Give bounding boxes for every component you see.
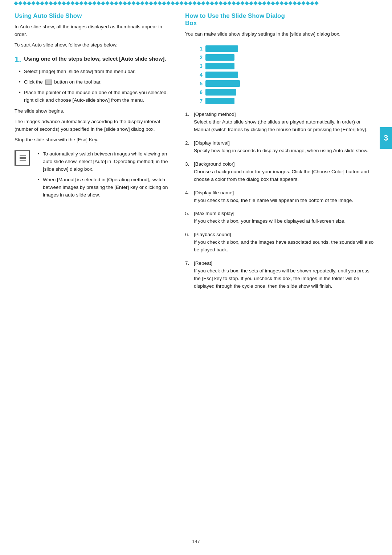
note-box: To automatically switch between images w…	[15, 150, 171, 203]
diamond	[158, 1, 162, 5]
list-item-header: 5.[Maximum display]	[185, 211, 377, 216]
diamond	[188, 1, 192, 5]
list-item-body: Specify how long in seconds to display e…	[185, 147, 377, 155]
list-item-body: If you check this box, the file name wil…	[185, 197, 377, 204]
list-item-header: 3.[Background color]	[185, 161, 377, 167]
diamond	[83, 1, 87, 5]
diamond	[197, 1, 201, 5]
diamond	[236, 1, 240, 5]
diamond	[49, 1, 53, 5]
diamond	[258, 1, 262, 5]
diamond	[101, 1, 105, 5]
list-item: 1.[Operating method]Select either Auto s…	[185, 112, 377, 134]
list-item: 3.[Background color]Choose a background …	[185, 161, 377, 183]
dialog-bar	[205, 89, 236, 96]
dialog-row: 3	[196, 63, 276, 69]
diamond	[249, 1, 253, 5]
diamond	[175, 1, 179, 5]
list-item-header: 7.[Repeat]	[185, 260, 377, 266]
diamond	[136, 1, 140, 5]
after-text-3: Stop the slide show with the [Esc] Key.	[15, 136, 171, 144]
list-item-title: [Background color]	[194, 161, 235, 167]
diamond	[44, 1, 48, 5]
note-bullet-item: To automatically switch between images w…	[38, 150, 171, 173]
diamond	[314, 1, 318, 5]
diamond	[171, 1, 175, 5]
diamond	[79, 1, 83, 5]
dialog-row-number: 4	[196, 72, 203, 78]
left-intro-2: To start Auto slide show, follow the ste…	[15, 41, 171, 49]
dialog-row: 2	[196, 54, 276, 61]
list-item-number: 6.	[185, 232, 192, 237]
dialog-bar	[205, 45, 238, 52]
list-item-title: [Playback sound]	[194, 232, 231, 237]
after-text-2: The images advance automatically accordi…	[15, 118, 171, 133]
top-border	[0, 0, 392, 7]
diamond	[301, 1, 305, 5]
diamond	[227, 1, 231, 5]
diamond	[266, 1, 270, 5]
list-item-number: 1.	[185, 112, 192, 117]
dialog-row-number: 2	[196, 54, 203, 60]
list-item-title: [Maximum display]	[194, 211, 234, 216]
note-icon-lines	[19, 154, 27, 162]
diamond	[27, 1, 31, 5]
diamond	[140, 1, 144, 5]
diamond	[118, 1, 122, 5]
diamond	[57, 1, 61, 5]
diamond	[288, 1, 292, 5]
diamond	[23, 1, 26, 5]
list-item-title: [Repeat]	[194, 260, 212, 266]
step-1-text: Using one of the steps below, select [Au…	[24, 56, 166, 64]
diamond	[144, 1, 148, 5]
diamond	[240, 1, 244, 5]
diamond	[162, 1, 166, 5]
diamond	[275, 1, 279, 5]
dialog-row: 1	[196, 45, 276, 52]
list-item: 7.[Repeat]If you check this box, the set…	[185, 260, 377, 290]
diamond	[131, 1, 135, 5]
diamond	[262, 1, 266, 5]
after-text-1: The slide show begins.	[15, 108, 171, 115]
dialog-bar	[205, 72, 238, 78]
diamond	[114, 1, 118, 5]
diamond	[70, 1, 74, 5]
step-bullets: Select [Image] then [slide show] from th…	[15, 68, 171, 104]
dialog-bar	[205, 98, 234, 104]
list-item-body: If you check this box, your images will …	[185, 218, 377, 225]
diamond	[110, 1, 114, 5]
diamond	[97, 1, 101, 5]
list-item-header: 2.[Display interval]	[185, 140, 377, 146]
diamond	[293, 1, 297, 5]
diamond	[214, 1, 218, 5]
dialog-row: 7	[196, 98, 276, 104]
bullet-item: Place the pointer of the mouse on one of…	[19, 89, 171, 104]
list-item-title: [Operating method]	[194, 112, 236, 117]
diamond	[127, 1, 131, 5]
dialog-row: 6	[196, 89, 276, 96]
bullet-item: Select [Image] then [slide show] from th…	[19, 68, 171, 76]
diamond	[153, 1, 157, 5]
right-column: How to Use the Slide Show Dialog Box You…	[181, 12, 377, 297]
diamond	[279, 1, 283, 5]
diamond	[192, 1, 196, 5]
right-intro: You can make slide show display settings…	[185, 31, 377, 38]
page: 3 Using Auto Slide Show In Auto slide sh…	[0, 0, 392, 555]
dialog-row-number: 1	[196, 46, 203, 52]
dialog-image: 1234567	[196, 45, 276, 104]
diamond	[297, 1, 301, 5]
diamond	[201, 1, 205, 5]
list-item: 4.[Display file name]If you check this b…	[185, 190, 377, 204]
diamond	[310, 1, 314, 5]
left-intro-1: In Auto slide show, all the images displ…	[15, 23, 171, 39]
dialog-row-number: 5	[196, 81, 203, 86]
dialog-row-number: 6	[196, 89, 203, 95]
diamond	[205, 1, 209, 5]
diamond	[184, 1, 188, 5]
diamond	[245, 1, 249, 5]
diamond	[36, 1, 40, 5]
diamond	[40, 1, 44, 5]
dialog-bar	[205, 80, 240, 87]
list-item-number: 5.	[185, 211, 192, 216]
right-heading: How to Use the Slide Show Dialog Box	[185, 12, 377, 27]
